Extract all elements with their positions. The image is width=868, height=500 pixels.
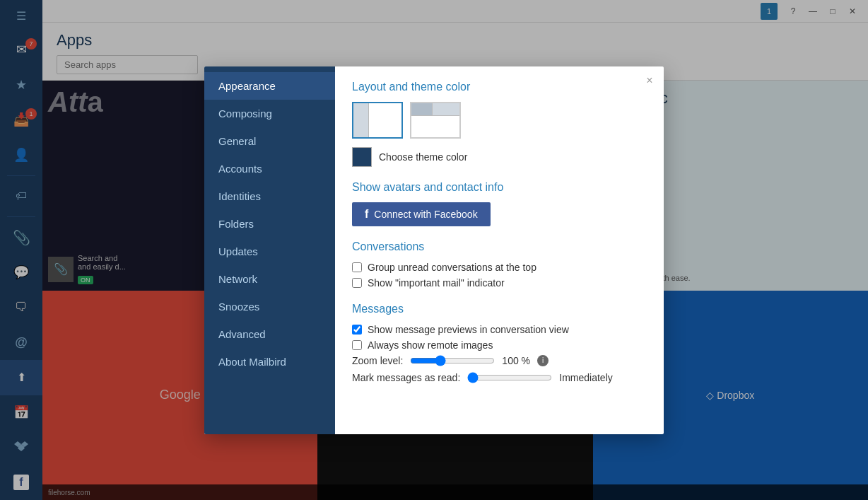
settings-nav: Appearance Composing General Accounts Id… xyxy=(204,66,335,434)
nav-item-about[interactable]: About Mailbird xyxy=(204,348,335,376)
conversations-section: Conversations Group unread conversations… xyxy=(352,240,647,289)
zoom-level-label: Zoom level: xyxy=(352,355,403,366)
dialog-close-button[interactable]: × xyxy=(641,72,658,89)
nav-item-advanced[interactable]: Advanced xyxy=(204,320,335,348)
layout-col-left xyxy=(353,103,369,137)
settings-dialog: × Appearance Composing General Accounts … xyxy=(204,66,664,434)
layout-row-bottom xyxy=(411,116,459,137)
dialog-body: Appearance Composing General Accounts Id… xyxy=(204,66,664,434)
mark-read-label: Mark messages as read: xyxy=(352,372,460,383)
important-mail-label: Show "important mail" indicator xyxy=(368,277,505,289)
nav-item-folders[interactable]: Folders xyxy=(204,210,335,238)
zoom-level-row: Zoom level: 100 % i xyxy=(352,355,647,366)
zoom-level-value: 100 % xyxy=(502,355,530,366)
facebook-btn-label: Connect with Facebook xyxy=(374,209,477,220)
group-unread-checkbox[interactable] xyxy=(352,262,362,272)
message-preview-checkbox[interactable] xyxy=(352,325,362,335)
avatars-section: Show avatars and contact info f Connect … xyxy=(352,181,647,226)
layout-preview-1 xyxy=(353,103,401,137)
message-preview-label: Show message previews in conversation vi… xyxy=(368,324,569,335)
nav-item-identities[interactable]: Identities xyxy=(204,182,335,210)
layout-option-column[interactable] xyxy=(352,102,403,139)
remote-images-checkbox[interactable] xyxy=(352,340,362,350)
important-mail-checkbox[interactable] xyxy=(352,278,362,288)
nav-item-updates[interactable]: Updates xyxy=(204,238,335,265)
theme-color-row: Choose theme color xyxy=(352,147,647,167)
remote-images-label: Always show remote images xyxy=(368,339,493,351)
messages-section: Messages Show message previews in conver… xyxy=(352,303,647,383)
zoom-level-slider[interactable] xyxy=(410,355,495,366)
settings-overlay: × Appearance Composing General Accounts … xyxy=(0,0,868,500)
layout-row-top xyxy=(411,103,459,116)
app-container: ☰ ✉ 7 ★ 📥 1 👤 🏷 📎 💬 🗨 @ xyxy=(0,0,868,500)
nav-item-network[interactable]: Network xyxy=(204,265,335,293)
layout-section-title: Layout and theme color xyxy=(352,81,647,93)
nav-item-appearance[interactable]: Appearance xyxy=(204,72,335,100)
nav-item-composing[interactable]: Composing xyxy=(204,100,335,127)
mark-read-value: Immediately xyxy=(559,372,612,383)
layout-col-right xyxy=(369,103,401,137)
conversation-option-1-row: Group unread conversations at the top xyxy=(352,262,647,273)
layout-options xyxy=(352,102,647,139)
messages-section-title: Messages xyxy=(352,303,647,315)
nav-item-snoozes[interactable]: Snoozes xyxy=(204,293,335,320)
facebook-connect-button[interactable]: f Connect with Facebook xyxy=(352,202,491,226)
layout-row-top-left xyxy=(411,103,433,115)
theme-color-label: Choose theme color xyxy=(379,151,467,163)
settings-content: Layout and theme color xyxy=(335,66,664,434)
conversation-option-2-row: Show "important mail" indicator xyxy=(352,277,647,289)
facebook-btn-icon: f xyxy=(365,208,368,221)
layout-option-row[interactable] xyxy=(410,102,461,139)
mark-read-row: Mark messages as read: Immediately xyxy=(352,372,647,383)
layout-preview-2 xyxy=(411,103,459,137)
message-preview-row: Show message previews in conversation vi… xyxy=(352,324,647,335)
zoom-info-icon[interactable]: i xyxy=(537,355,549,366)
nav-item-accounts[interactable]: Accounts xyxy=(204,155,335,182)
mark-read-slider[interactable] xyxy=(467,372,552,383)
avatars-section-title: Show avatars and contact info xyxy=(352,181,647,194)
theme-color-swatch[interactable] xyxy=(352,147,372,167)
remote-images-row: Always show remote images xyxy=(352,339,647,351)
group-unread-label: Group unread conversations at the top xyxy=(368,262,536,273)
layout-section: Layout and theme color xyxy=(352,81,647,167)
conversations-section-title: Conversations xyxy=(352,240,647,253)
nav-item-general[interactable]: General xyxy=(204,127,335,155)
